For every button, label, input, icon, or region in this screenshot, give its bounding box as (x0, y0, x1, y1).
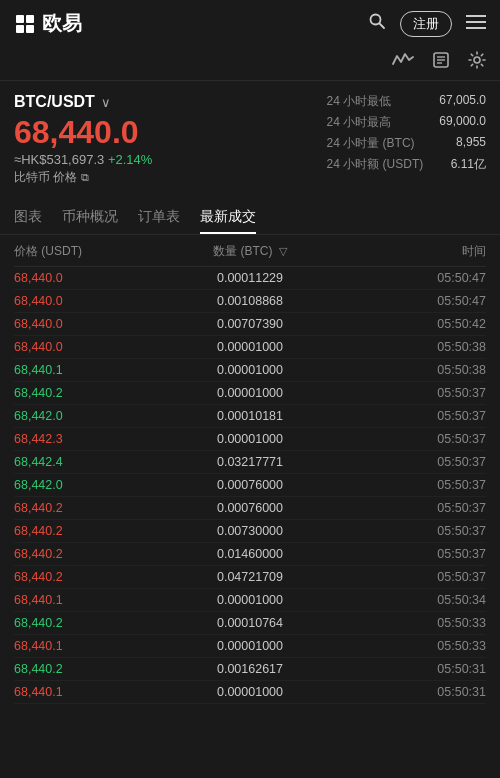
price-stats: 24 小时最低 67,005.0 24 小时最高 69,000.0 24 小时量… (327, 93, 486, 173)
logo-text: 欧易 (42, 10, 82, 37)
stat4-value: 6.11亿 (439, 156, 486, 173)
trade-time: 05:50:37 (329, 570, 486, 584)
trade-row: 68,440.1 0.00001000 05:50:31 (14, 681, 486, 704)
menu-icon[interactable] (466, 13, 486, 34)
trade-time: 05:50:37 (329, 547, 486, 561)
trade-time: 05:50:37 (329, 501, 486, 515)
logo: 欧易 (14, 10, 82, 37)
trade-time: 05:50:34 (329, 593, 486, 607)
trade-qty: 0.00010181 (171, 409, 328, 423)
trade-qty: 0.00108868 (171, 294, 328, 308)
trade-row: 68,440.2 0.01460000 05:50:37 (14, 543, 486, 566)
price-change: +2.14% (108, 152, 152, 167)
logo-icon (14, 13, 36, 35)
trade-row: 68,440.2 0.00162617 05:50:31 (14, 658, 486, 681)
svg-rect-3 (26, 25, 34, 33)
trade-time: 05:50:37 (329, 455, 486, 469)
trade-row: 68,440.1 0.00001000 05:50:34 (14, 589, 486, 612)
stat2-label: 24 小时最高 (327, 114, 424, 131)
trade-row: 68,440.2 0.04721709 05:50:37 (14, 566, 486, 589)
trade-price: 68,440.2 (14, 524, 171, 538)
stat4-label: 24 小时额 (USDT) (327, 156, 424, 173)
tab-chart[interactable]: 图表 (14, 200, 42, 234)
trade-qty: 0.00001000 (171, 685, 328, 699)
trade-rows-container: 68,440.0 0.00011229 05:50:47 68,440.0 0.… (14, 267, 486, 704)
trade-row: 68,442.3 0.00001000 05:50:37 (14, 428, 486, 451)
tab-trades[interactable]: 最新成交 (200, 200, 256, 234)
main-price: 68,440.0 (14, 115, 152, 150)
trade-row: 68,440.2 0.00730000 05:50:37 (14, 520, 486, 543)
trade-qty: 0.00076000 (171, 478, 328, 492)
sub-header (0, 47, 500, 81)
stat3-label: 24 小时量 (BTC) (327, 135, 424, 152)
tabs: 图表 币种概况 订单表 最新成交 (0, 200, 500, 235)
col-qty-header: 数量 (BTC) ▽ (171, 243, 328, 260)
tab-orderbook[interactable]: 订单表 (138, 200, 180, 234)
trade-price: 68,440.1 (14, 685, 171, 699)
tab-overview[interactable]: 币种概况 (62, 200, 118, 234)
book-icon[interactable] (432, 51, 450, 74)
header-right: 注册 (368, 11, 486, 37)
trade-price: 68,442.3 (14, 432, 171, 446)
hk-price: ≈HK$531,697.3 +2.14% (14, 152, 152, 167)
trade-row: 68,440.0 0.00707390 05:50:42 (14, 313, 486, 336)
stat1-value: 67,005.0 (439, 93, 486, 110)
trade-qty: 0.00001000 (171, 386, 328, 400)
trade-row: 68,440.0 0.00011229 05:50:47 (14, 267, 486, 290)
trade-time: 05:50:47 (329, 294, 486, 308)
trade-qty: 0.00707390 (171, 317, 328, 331)
price-section: BTC/USDT ∨ 68,440.0 ≈HK$531,697.3 +2.14%… (0, 81, 500, 194)
chart-wave-icon[interactable] (392, 52, 414, 73)
trade-qty: 0.00001000 (171, 593, 328, 607)
trade-qty: 0.00730000 (171, 524, 328, 538)
trade-price: 68,440.2 (14, 501, 171, 515)
trade-price: 68,440.2 (14, 662, 171, 676)
trade-time: 05:50:33 (329, 616, 486, 630)
trade-qty: 0.00001000 (171, 363, 328, 377)
trade-qty: 0.00076000 (171, 501, 328, 515)
trade-price: 68,440.1 (14, 639, 171, 653)
trade-row: 68,442.4 0.03217771 05:50:37 (14, 451, 486, 474)
table-header: 价格 (USDT) 数量 (BTC) ▽ 时间 (14, 235, 486, 267)
trade-price: 68,440.2 (14, 570, 171, 584)
trade-time: 05:50:37 (329, 409, 486, 423)
col-price-header: 价格 (USDT) (14, 243, 171, 260)
trade-row: 68,440.1 0.00001000 05:50:38 (14, 359, 486, 382)
trade-row: 68,440.0 0.00001000 05:50:38 (14, 336, 486, 359)
trade-price: 68,442.0 (14, 409, 171, 423)
btc-label: 比特币 价格 ⧉ (14, 169, 152, 186)
trade-time: 05:50:42 (329, 317, 486, 331)
trade-time: 05:50:38 (329, 363, 486, 377)
trade-qty: 0.00162617 (171, 662, 328, 676)
trade-time: 05:50:31 (329, 685, 486, 699)
svg-rect-0 (16, 15, 24, 23)
trade-time: 05:50:38 (329, 340, 486, 354)
trade-price: 68,440.0 (14, 294, 171, 308)
trade-time: 05:50:37 (329, 386, 486, 400)
trade-price: 68,440.0 (14, 317, 171, 331)
trade-qty: 0.00011229 (171, 271, 328, 285)
trade-price: 68,442.0 (14, 478, 171, 492)
trade-row: 68,442.0 0.00010181 05:50:37 (14, 405, 486, 428)
trade-time: 05:50:31 (329, 662, 486, 676)
external-link-icon[interactable]: ⧉ (81, 171, 89, 184)
filter-icon[interactable]: ▽ (279, 245, 287, 257)
trade-row: 68,440.2 0.00076000 05:50:37 (14, 497, 486, 520)
gear-icon[interactable] (468, 51, 486, 74)
trade-row: 68,442.0 0.00076000 05:50:37 (14, 474, 486, 497)
trade-time: 05:50:37 (329, 478, 486, 492)
trade-time: 05:50:33 (329, 639, 486, 653)
pair-name: BTC/USDT (14, 93, 95, 111)
trades-table: 价格 (USDT) 数量 (BTC) ▽ 时间 68,440.0 0.00011… (0, 235, 500, 704)
trade-row: 68,440.2 0.00010764 05:50:33 (14, 612, 486, 635)
trade-qty: 0.00010764 (171, 616, 328, 630)
trade-price: 68,440.2 (14, 616, 171, 630)
search-icon[interactable] (368, 12, 386, 35)
pair-arrow-icon[interactable]: ∨ (101, 95, 111, 110)
svg-point-13 (474, 57, 480, 63)
trade-price: 68,440.2 (14, 386, 171, 400)
trade-row: 68,440.1 0.00001000 05:50:33 (14, 635, 486, 658)
trade-qty: 0.00001000 (171, 432, 328, 446)
trade-row: 68,440.0 0.00108868 05:50:47 (14, 290, 486, 313)
register-button[interactable]: 注册 (400, 11, 452, 37)
